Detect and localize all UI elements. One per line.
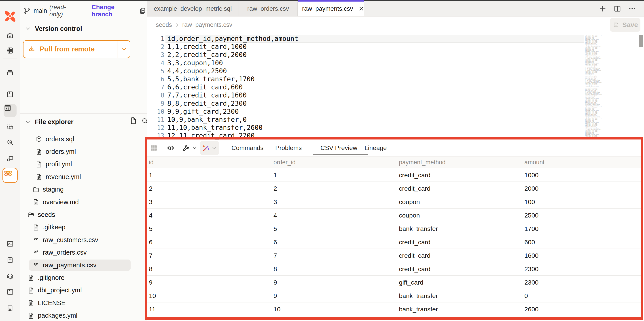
panel-tab-lineage[interactable]: Lineage — [364, 140, 387, 156]
table-cell: 2300 — [524, 278, 538, 286]
version-control-header[interactable]: Version control — [25, 24, 82, 34]
dbt-logo[interactable] — [4, 10, 16, 23]
column-header: order_id — [274, 159, 296, 166]
dbt-atom-icon[interactable] — [2, 168, 18, 183]
code-line: 43,3,coupon,100 — [147, 59, 644, 67]
pull-from-remote-button[interactable]: Pull from remote — [23, 40, 130, 58]
duplicate-icon[interactable] — [139, 7, 147, 15]
file-name: dbt_project.yml — [38, 286, 82, 294]
breadcrumb-segment[interactable]: raw_payments.csv — [182, 22, 232, 28]
line-text: 8,8,credit_card,2300 — [167, 100, 247, 107]
file-row[interactable]: revenue.yml — [20, 170, 147, 183]
file-row[interactable]: packages.yml — [20, 309, 147, 321]
table-cell: credit_card — [399, 265, 430, 272]
code-icon[interactable] — [166, 143, 175, 153]
column-header: amount — [524, 159, 544, 166]
close-icon[interactable] — [358, 5, 365, 12]
table-cell: bank_transfer — [399, 305, 438, 313]
download-icon — [28, 46, 36, 53]
save-button[interactable]: Save — [610, 18, 640, 32]
terminal-icon[interactable] — [6, 240, 14, 248]
line-number: 2 — [147, 43, 164, 50]
file-name: raw_payments.csv — [43, 262, 96, 269]
branch-name: main — [34, 7, 47, 14]
table-cell: bank_transfer — [399, 292, 438, 299]
table-row: 44coupon2500 — [147, 208, 641, 222]
file-row[interactable]: raw_payments.csv — [20, 259, 147, 271]
branch-header: main (read-only) Change branch — [20, 1, 147, 20]
minimap[interactable]: id,order_id,payment_method,amount1,1,cre… — [585, 35, 602, 138]
headset-icon[interactable] — [6, 272, 14, 280]
chevron-down-icon[interactable] — [211, 145, 217, 151]
line-number: 13 — [147, 132, 164, 139]
seed-icon — [32, 248, 40, 256]
file-row[interactable]: overview.md — [20, 196, 147, 208]
frame-select-icon[interactable] — [6, 123, 14, 131]
notebook-icon[interactable] — [6, 46, 14, 54]
data-search-icon[interactable] — [6, 138, 14, 146]
editor-tab[interactable]: raw_orders.csv — [239, 1, 298, 16]
panel-tab-problems[interactable]: Problems — [275, 140, 302, 156]
table-cell: 2 — [274, 185, 277, 192]
clipboard-icon[interactable] — [6, 256, 14, 264]
change-branch-link[interactable]: Change branch — [92, 4, 133, 18]
file-explorer-header[interactable]: File explorer — [25, 117, 73, 127]
table-cell: 2 — [149, 185, 152, 192]
file-row[interactable]: LICENSE — [20, 297, 147, 309]
file-row[interactable]: profit.yml — [20, 158, 147, 170]
line-number: 9 — [147, 100, 164, 107]
more-options-icon[interactable] — [628, 4, 636, 13]
chevron-down-icon[interactable] — [192, 145, 198, 151]
file-row[interactable]: raw_customers.csv — [20, 234, 147, 246]
panel-tab-commands[interactable]: Commands — [232, 140, 264, 156]
archive-icon[interactable] — [6, 69, 14, 77]
code-line: 109,9,gift_card,2300 — [147, 108, 644, 116]
dashboard-icon[interactable] — [6, 90, 14, 98]
table-icon[interactable] — [149, 144, 158, 152]
table-cell: credit_card — [399, 171, 430, 178]
breadcrumb-segment[interactable]: seeds — [156, 22, 172, 28]
new-file-icon[interactable] — [129, 116, 138, 125]
file-row[interactable]: .gitkeep — [20, 221, 147, 234]
file-name: profit.yml — [46, 160, 72, 168]
editor-tab[interactable]: raw_payments.csv — [298, 1, 364, 16]
new-tab-icon[interactable] — [598, 4, 607, 13]
split-editor-icon[interactable] — [613, 4, 622, 13]
scrollbar-thumb[interactable] — [639, 35, 643, 48]
home-icon[interactable] — [6, 31, 14, 39]
table-cell: 8 — [149, 265, 152, 272]
table-cell: 4 — [274, 212, 277, 219]
file-name: raw_customers.csv — [43, 236, 98, 244]
chevron-down-icon[interactable] — [121, 46, 127, 52]
wrench-icon[interactable] — [182, 144, 190, 152]
table-cell: 1700 — [524, 225, 538, 232]
file-name: revenue.yml — [46, 173, 81, 180]
file-row[interactable]: seeds — [20, 208, 147, 221]
file-row[interactable]: dbt_project.yml — [20, 284, 147, 297]
building-icon[interactable] — [6, 304, 14, 312]
branch-mode: (read-only) — [50, 4, 77, 18]
browser-icon[interactable] — [6, 288, 14, 296]
sidebar: main (read-only) Change branch Version c… — [20, 1, 147, 321]
windows-link-icon[interactable] — [6, 155, 14, 163]
magic-wand-icon[interactable] — [201, 143, 211, 153]
line-text: 9,9,gift_card,2300 — [167, 108, 239, 115]
file-row[interactable]: raw_orders.csv — [20, 246, 147, 259]
editor-tab[interactable]: example_develop_metric.sql — [147, 1, 239, 16]
file-name: staging — [43, 186, 64, 193]
git-branch-icon — [23, 7, 31, 14]
file-name: raw_orders.csv — [43, 249, 87, 256]
code-editor[interactable]: 1id,order_id,payment_method,amount21,1,c… — [147, 35, 644, 140]
file-doc-icon — [35, 173, 42, 181]
file-row[interactable]: .gitignore — [20, 271, 147, 284]
file-row[interactable]: orders.sql — [20, 133, 147, 145]
panel-toolbar: CommandsProblemsCSV PreviewLineage — [147, 140, 641, 156]
table-cell: credit_card — [399, 185, 430, 192]
file-row[interactable]: staging — [20, 183, 147, 196]
code-window-icon[interactable] — [4, 104, 16, 117]
table-row: 1110bank_transfer2600 — [147, 302, 641, 316]
line-text: 5,5,bank_transfer,1700 — [167, 75, 255, 83]
file-doc-icon — [28, 274, 35, 282]
table-row: 109bank_transfer0 — [147, 289, 641, 302]
file-row[interactable]: orders.yml — [20, 145, 147, 158]
